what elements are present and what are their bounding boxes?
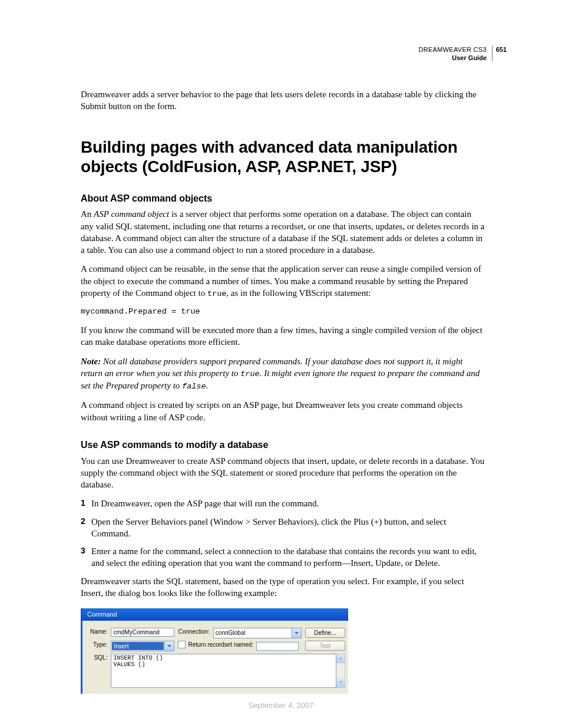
- section1-note: Note: Not all database providers support…: [81, 355, 485, 393]
- step-text: Open the Server Behaviors panel (Window …: [91, 517, 446, 538]
- return-recordset-input[interactable]: [256, 642, 299, 651]
- scroll-up-icon[interactable]: ▲: [336, 654, 344, 663]
- text: .: [206, 381, 209, 390]
- checkbox-box: [178, 641, 186, 648]
- page-header: DREAMWEAVER CS3 User Guide 651: [418, 46, 487, 62]
- step-1: 1In Dreamweaver, open the ASP page that …: [81, 498, 485, 509]
- step-text: Enter a name for the command, select a c…: [91, 546, 477, 568]
- section1-p1: An ASP command object is a server object…: [81, 208, 485, 256]
- dialog-body: Name: Connection: connGlobal: [82, 621, 348, 694]
- scroll-down-icon[interactable]: ▼: [336, 678, 344, 687]
- return-recordset-label: Return recordset named:: [188, 641, 253, 649]
- section1-heading: About ASP command objects: [81, 192, 485, 205]
- page: DREAMWEAVER CS3 User Guide 651 Dreamweav…: [0, 0, 562, 728]
- footer-date: September 4, 2007: [0, 700, 562, 711]
- type-combo[interactable]: Insert: [111, 641, 174, 651]
- text: An: [81, 209, 94, 219]
- step-text: In Dreamweaver, open the ASP page that w…: [91, 499, 319, 508]
- define-button[interactable]: Define...: [305, 628, 345, 638]
- product-name: DREAMWEAVER CS3: [418, 46, 487, 54]
- name-label: Name:: [88, 627, 109, 640]
- command-dialog: Command Name: Connection: connGlobal: [81, 608, 348, 694]
- step-3: 3Enter a name for the command, select a …: [81, 545, 485, 569]
- vbscript-code-block: mycommand.Prepared = true: [81, 307, 485, 317]
- type-label: Type:: [88, 640, 109, 653]
- section2-p2: Dreamweaver starts the SQL statement, ba…: [81, 575, 485, 599]
- test-button[interactable]: Test: [305, 641, 345, 651]
- sql-scrollbar[interactable]: ▲ ▼: [336, 654, 345, 688]
- steps-list: 1In Dreamweaver, open the ASP page that …: [81, 498, 485, 569]
- name-input[interactable]: [111, 628, 174, 637]
- return-recordset-checkbox[interactable]: Return recordset named:: [178, 641, 253, 649]
- sql-textarea[interactable]: [111, 654, 336, 688]
- guide-label: User Guide: [418, 54, 487, 62]
- step-number: 1: [81, 498, 85, 509]
- text: , as in the following VBScript statement…: [226, 288, 371, 298]
- section2-heading: Use ASP commands to modify a database: [81, 439, 485, 452]
- intro-paragraph: Dreamweaver adds a server behavior to th…: [81, 88, 485, 113]
- note-label: Note:: [81, 357, 101, 366]
- chevron-down-icon[interactable]: [164, 641, 174, 651]
- step-2: 2Open the Server Behaviors panel (Window…: [81, 516, 485, 540]
- connection-combo[interactable]: connGlobal: [213, 628, 302, 638]
- code-true: true: [207, 289, 226, 298]
- step-number: 2: [81, 516, 85, 527]
- step-number: 3: [81, 545, 85, 556]
- section1-p2: A command object can be reusable, in the…: [81, 263, 485, 299]
- connection-label: Connection:: [176, 627, 211, 640]
- content: Dreamweaver adds a server behavior to th…: [81, 88, 485, 694]
- asp-command-object-term: ASP command object: [94, 209, 169, 219]
- chevron-down-icon[interactable]: [292, 628, 301, 638]
- code-true: true: [240, 370, 259, 378]
- connection-value: connGlobal: [214, 628, 292, 638]
- type-value: Insert: [112, 642, 164, 650]
- sql-label: SQL:: [88, 653, 109, 689]
- dialog-titlebar: Command: [82, 608, 348, 621]
- page-number: 651: [492, 46, 507, 61]
- code-false: false: [182, 382, 206, 391]
- section1-p3: If you know the command will be executed…: [81, 324, 485, 348]
- h1-title: Building pages with advanced data manipu…: [81, 137, 485, 177]
- section1-p4: A command object is created by scripts o…: [81, 399, 485, 423]
- section2-p1: You can use Dreamweaver to create ASP co…: [81, 455, 485, 491]
